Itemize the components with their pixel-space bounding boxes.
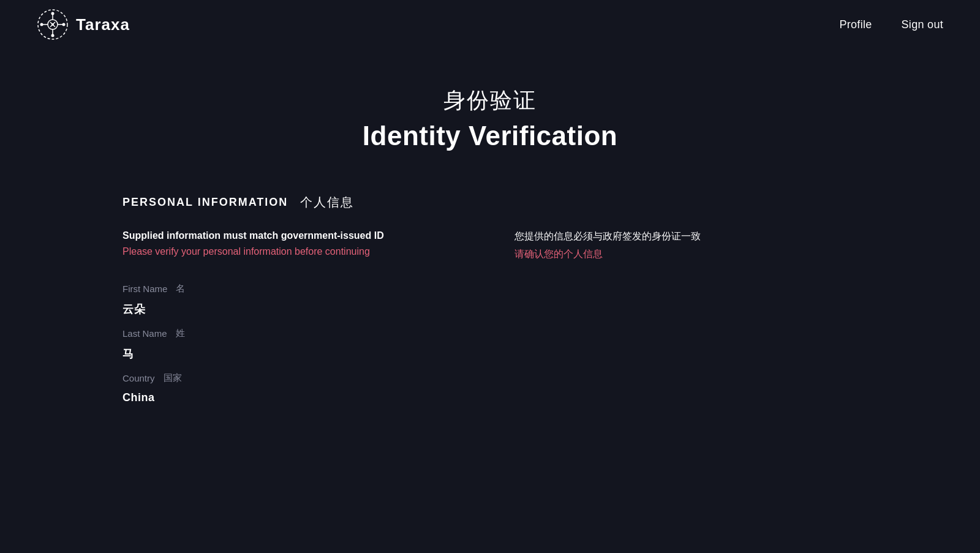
field-label-row-country: Country 国家 [123, 372, 858, 384]
firstname-label-english: First Name [123, 284, 167, 294]
svg-point-3 [51, 34, 55, 37]
logo[interactable]: Taraxa [37, 9, 130, 40]
svg-point-4 [40, 23, 43, 26]
firstname-label-chinese: 名 [176, 283, 185, 295]
info-desc-chinese: 您提供的信息必须与政府签发的身份证一致 [514, 230, 858, 243]
page-title-english: Identity Verification [123, 121, 858, 151]
info-desc-warning-chinese: 请确认您的个人信息 [514, 248, 858, 261]
lastname-value: 马 [123, 344, 858, 364]
lastname-label-chinese: 姓 [176, 328, 185, 339]
field-label-row-firstname: First Name 名 [123, 283, 858, 295]
country-label-chinese: 国家 [164, 372, 182, 384]
info-desc-left: Supplied information must match governme… [123, 230, 466, 261]
info-desc-english: Supplied information must match governme… [123, 230, 466, 241]
section-header: PERSONAL INFORMATION 个人信息 [123, 194, 858, 211]
logo-icon [37, 9, 69, 40]
info-desc-warning-english: Please verify your personal information … [123, 246, 466, 257]
form-fields: First Name 名 云朵 Last Name 姓 马 Country 国家 [123, 283, 858, 407]
field-row-lastname: Last Name 姓 马 [123, 328, 858, 364]
field-row-firstname: First Name 名 云朵 [123, 283, 858, 319]
lastname-label-english: Last Name [123, 328, 167, 339]
svg-point-2 [51, 12, 55, 15]
country-value: China [123, 389, 858, 407]
page-title-section: 身份验证 Identity Verification [123, 86, 858, 151]
firstname-value: 云朵 [123, 299, 858, 319]
country-label-english: Country [123, 373, 155, 383]
info-desc-right: 您提供的信息必须与政府签发的身份证一致 请确认您的个人信息 [514, 230, 858, 261]
personal-info-section: PERSONAL INFORMATION 个人信息 Supplied infor… [123, 194, 858, 407]
svg-point-5 [62, 23, 66, 26]
field-label-row-lastname: Last Name 姓 [123, 328, 858, 339]
page-title-chinese: 身份验证 [123, 86, 858, 116]
svg-point-12 [51, 23, 54, 26]
signout-link[interactable]: Sign out [902, 18, 943, 31]
logo-text: Taraxa [76, 15, 130, 34]
main-content: 身份验证 Identity Verification PERSONAL INFO… [0, 49, 980, 452]
info-description: Supplied information must match governme… [123, 230, 858, 261]
field-row-country: Country 国家 China [123, 372, 858, 407]
navbar: Taraxa Profile Sign out [0, 0, 980, 49]
profile-link[interactable]: Profile [839, 18, 872, 31]
section-title-english: PERSONAL INFORMATION [123, 196, 288, 209]
nav-links: Profile Sign out [839, 18, 943, 31]
section-title-chinese: 个人信息 [300, 194, 354, 211]
